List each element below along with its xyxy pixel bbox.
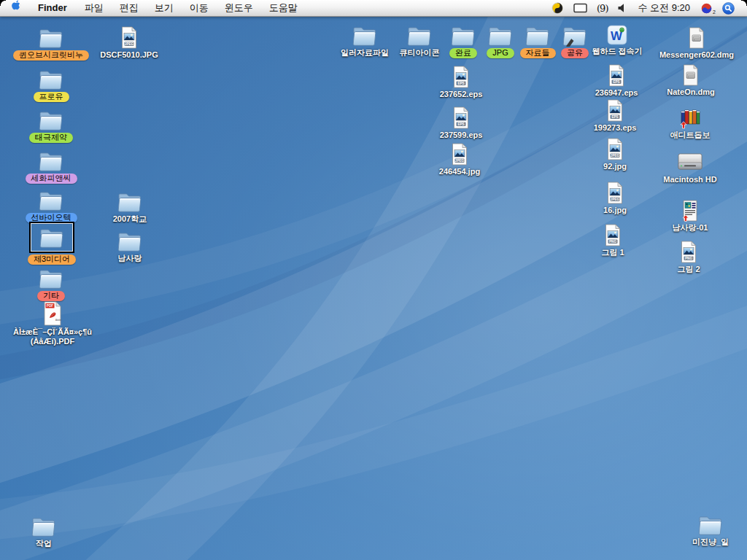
svg-text:EPS: EPS [457, 122, 464, 126]
folder-icon [37, 189, 65, 211]
svg-text:JPEG: JPEG [611, 154, 620, 158]
icon-label: 236947.eps [595, 88, 638, 98]
menu-item-5[interactable]: 도움말 [261, 0, 306, 16]
icon-label: 세화피앤씨 [26, 174, 77, 184]
photo-icon: EPS [452, 106, 471, 129]
desktop-icon-school-2007-folder[interactable]: 2007학교 [75, 190, 185, 224]
svg-text:Adobe: Adobe [55, 319, 62, 322]
photo-icon: PNG [679, 241, 698, 263]
folder-icon [29, 222, 74, 253]
desktop-icon-eps-237652[interactable]: EPS 237652.eps [406, 66, 516, 99]
spotlight-icon[interactable] [717, 0, 740, 16]
folder-icon [37, 149, 65, 172]
icon-label: 프로유 [34, 92, 69, 102]
icon-label: 92.jpg [603, 162, 627, 171]
photo-icon: EPS [607, 64, 626, 87]
icon-label: 237599.eps [440, 131, 483, 140]
folder-icon [37, 26, 65, 49]
desktop-icon-mojibake-pdf[interactable]: PDF Adobe ÀÌ±æÈ¯–ÇÏ´ÃÃ¤»ç¶û (ÀåÆí).PDF [0, 301, 107, 346]
desktop-icon-sehwa-pnc-folder[interactable]: 세화피앤씨 [0, 149, 106, 184]
icon-label: 미진냥_일 [692, 537, 729, 547]
folder-icon [37, 68, 65, 90]
icon-label: 애디트돕보 [670, 131, 711, 140]
folder-icon [37, 267, 65, 289]
input-source-badge: 2 [713, 9, 716, 15]
pdf-icon: PDF Adobe [42, 301, 63, 326]
svg-text:PDF: PDF [47, 304, 54, 308]
icon-label: 16.jpg [603, 206, 627, 215]
desktop-icon-namsarang-folder[interactable]: 남사랑 [75, 230, 185, 263]
korean-input-source-icon[interactable]: 2 [696, 0, 717, 16]
desktop-icon-jpg-246454[interactable]: JPEG 246454.jpg [405, 143, 514, 176]
svg-text:JPEG: JPEG [125, 42, 134, 46]
books-icon [679, 107, 701, 129]
photo-icon: EPS [452, 66, 471, 88]
desktop-icon-etc-folder[interactable]: 기타 [0, 267, 106, 301]
icon-label: 그림 2 [677, 265, 700, 274]
app-menu-finder[interactable]: Finder [28, 0, 77, 16]
menu-bar-status: (9) 수 오전 9:20 2 [546, 0, 747, 16]
displays-icon[interactable] [568, 0, 592, 16]
norton-autoprotect-icon[interactable] [546, 0, 568, 16]
screen-corner-left [0, 0, 6, 6]
icon-label: 웹하드 접속기 [592, 47, 642, 56]
desktop[interactable]: 퀸오브시크릿비누 프로유 태극제약 세화 [0, 0, 747, 560]
desktop-icon-mijinnyang-il-folder[interactable]: 미진냥_일 [656, 513, 747, 547]
folder-icon [116, 230, 144, 252]
icon-label: DSCF5010.JPG [100, 50, 158, 60]
screen-corner-right [741, 0, 747, 6]
shortcutdoc-icon [681, 200, 699, 222]
desktop-icon-picture-2-png[interactable]: PNG 그림 2 [634, 241, 743, 274]
icon-label: 246454.jpg [439, 167, 480, 176]
desktop-icon-macintosh-hd-volume[interactable]: Macintosh HD [635, 151, 745, 184]
photo-icon: JPEG [120, 26, 139, 49]
icon-label: Macintosh HD [663, 175, 716, 184]
photo-icon: EPS [605, 99, 624, 122]
svg-text:JPEG: JPEG [455, 159, 465, 163]
menu-item-0[interactable]: 파일 [77, 0, 112, 16]
svg-text:PNG: PNG [609, 240, 616, 244]
classic-environment-icon[interactable]: (9) [592, 3, 612, 14]
desktop-icon-proyou-folder[interactable]: 프로유 [0, 68, 106, 102]
desktop-icon-adit-dopbo-app[interactable]: 애디트돕보 [635, 107, 745, 140]
menu-item-1[interactable]: 편집 [112, 0, 147, 16]
desktop-icon-eps-237599[interactable]: EPS 237599.eps [406, 106, 516, 140]
photo-icon: JPEG [450, 143, 469, 166]
desktop-icon-dscf5010-jpg[interactable]: JPEG DSCF5010.JPG [74, 26, 184, 60]
menu-bar: Finder 파일편집보기이동윈도우도움말 (9) 수 오전 9:20 [0, 0, 747, 17]
icon-label: Messenger602.dmg [659, 50, 734, 60]
folder-icon [697, 513, 724, 536]
menu-items: 파일편집보기이동윈도우도움말 [77, 0, 306, 16]
icon-label: 제3미디어 [28, 254, 76, 265]
folder-icon [116, 190, 144, 213]
photo-icon: JPEG [605, 138, 624, 160]
icon-label: 기타 [37, 291, 65, 301]
icon-label: ÀÌ±æÈ¯–ÇÏ´ÃÃ¤»ç¶û (ÀåÆí).PDF [13, 327, 92, 346]
svg-text:PNG: PNG [685, 257, 692, 260]
icon-label: 남사랑 [118, 254, 142, 263]
desktop-icon-nateon-dmg[interactable]: NateOn.dmg [636, 64, 746, 97]
menu-item-2[interactable]: 보기 [147, 0, 182, 16]
desktop-icon-work-folder[interactable]: 작업 [0, 515, 98, 548]
dmg-icon [682, 64, 700, 86]
desktop-icon-taegeuk-pharma-folder[interactable]: 태극제약 [0, 109, 106, 143]
svg-text:EPS: EPS [613, 80, 619, 84]
desktop-icon-messenger602-dmg[interactable]: Messenger602.dmg [642, 27, 747, 60]
desktop-icon-namsarang-01-shortcut[interactable]: 남사랑-01 [635, 200, 745, 233]
icon-label: 남사랑-01 [673, 223, 708, 233]
icon-label: 그림 1 [601, 248, 624, 257]
menu-item-4[interactable]: 윈도우 [217, 0, 261, 16]
folder-icon [37, 109, 65, 131]
volume-icon[interactable] [612, 0, 632, 16]
menu-item-3[interactable]: 이동 [182, 0, 217, 16]
icon-label: 2007학교 [113, 214, 147, 224]
dmg-icon [688, 27, 705, 49]
menu-bar-clock[interactable]: 수 오전 9:20 [632, 1, 696, 15]
folder-icon [30, 515, 58, 537]
icon-label: 태극제약 [29, 133, 73, 143]
svg-text:EPS: EPS [457, 82, 464, 85]
photo-icon: JPEG [605, 182, 624, 204]
photo-icon: PNG [603, 224, 622, 246]
svg-text:JPEG: JPEG [611, 198, 620, 201]
icon-label: 199273.eps [594, 123, 637, 133]
